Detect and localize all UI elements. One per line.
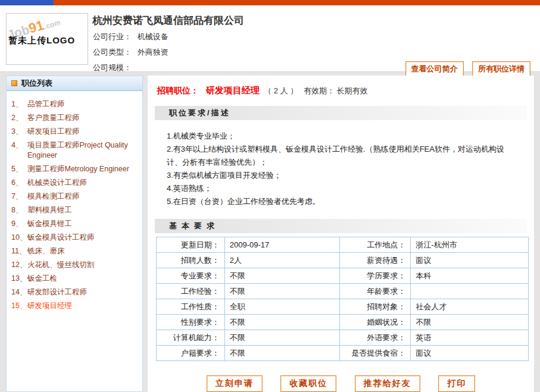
job-list-item-label[interactable]: 研发项目经理 [27,301,72,311]
job-list-item[interactable]: 10、 钣金模具设计工程师 [11,231,139,244]
bullet-square-icon [11,80,17,86]
job-list-item-number: 14、 [11,287,27,297]
row-label-right: 招聘对象： [339,299,411,315]
job-list-item[interactable]: 4、 项目质量工程师Project Quality Engineer [11,139,139,162]
row-label-left: 户籍要求： [157,346,225,361]
row-value-left: 不限 [224,330,339,346]
job-action-button[interactable]: 立刻申请 [207,375,263,392]
row-label-left: 专业要求： [157,268,225,284]
job-position-label: 招聘职位： [157,86,199,95]
job-list-item[interactable]: 7、 模具检测工程师 [11,190,139,203]
row-value-left: 不限 [224,315,339,330]
job-list-item-label[interactable]: 塑料模具钳工 [27,205,72,215]
job-list-item[interactable]: 5、 测量工程师Metrology Engineer [11,162,139,176]
row-value-right [411,284,529,299]
table-row: 计算机能力： 不限 外语要求： 英语 [157,330,529,346]
row-label-left: 工作经验： [157,284,225,299]
job-position-title: 研发项目经理 [206,85,260,95]
section-title-basic-requirements: 基本要求 [155,219,527,233]
row-label-left: 计算机能力： [157,330,225,346]
job-list-item[interactable]: 15、 研发项目经理 [11,299,139,313]
table-row: 更新日期： 2009-09-17 工作地点： 浙江-杭州市 [157,237,529,253]
row-label-right: 年龄要求： [339,284,411,299]
job-description-line: 5.在日资（台资）企业工作经验者优先考虑。 [167,195,519,208]
watermark-domain: .com [43,18,61,31]
job-validity-value: 长期有效 [337,86,368,95]
basic-requirements-rows: 更新日期： 2009-09-17 工作地点： 浙江-杭州市 招聘人数： 2人 薪… [157,237,529,361]
row-label-right: 是否提供食宿： [339,346,411,361]
job-list-item-label[interactable]: 研发部设计工程师 [27,287,87,297]
company-fields: 公司行业： 机械设备 公司类型： 外商独资 公司规模： [93,32,168,78]
job-list-item-number: 2、 [11,113,27,123]
company-action-button[interactable]: 所有职位详情 [472,61,530,77]
job-list-item[interactable]: 8、 塑料模具钳工 [11,203,139,217]
company-header: Job91.com 暂未上传LOGO 杭州安费诺飞凤通信部品有限公司 公司行业：… [0,5,540,72]
job-list-header: 职位列表 [7,76,142,91]
job-list-item-label[interactable]: 客户质量工程师 [27,113,80,123]
job-list-item-label[interactable]: 研发项目工程师 [27,127,80,137]
job-description-line: 1.机械类专业毕业； [167,130,519,143]
watermark-number: 91 [27,17,46,36]
job-list-item[interactable]: 3、 研发项目工程师 [11,125,139,139]
row-value-right: 面议 [411,346,529,361]
company-name: 杭州安费诺飞凤通信部品有限公司 [92,14,244,27]
company-field-label: 公司行业： [93,32,132,41]
table-row: 招聘人数： 2人 薪资待遇： 面议 [157,253,529,268]
job-list-item-label[interactable]: 钣金模具钳工 [27,219,72,229]
job-list-item-number: 5、 [11,164,27,174]
row-value-right: 本科 [411,268,529,284]
job-list-item-label[interactable]: 火花机、慢丝线切割 [27,260,95,270]
company-field-row: 公司类型： 外商独资 [93,47,168,62]
row-value-right: 浙江-杭州市 [411,237,529,253]
job-list-item-number: 15、 [11,301,27,311]
job-list-item-label[interactable]: 品管工程师 [27,99,65,109]
job-action-button[interactable]: 打印 [438,375,475,392]
job-list-item-label[interactable]: 钣金模具设计工程师 [27,233,95,243]
job-list-item-number: 9、 [11,219,27,229]
job-action-button[interactable]: 推荐给好友 [355,375,420,392]
job-list-item[interactable]: 1、 品管工程师 [11,98,139,111]
job-list-item-label[interactable]: 项目质量工程师Project Quality Engineer [27,140,139,161]
company-action-button[interactable]: 查看公司简介 [405,61,464,77]
table-row: 户籍要求： 不限 是否提供食宿： 面议 [157,346,529,361]
job-list-item-label[interactable]: 铣床、磨床 [27,246,65,256]
row-label-left: 工作性质： [157,299,225,315]
row-value-left: 2人 [224,253,339,268]
job-list-item-label[interactable]: 模具检测工程师 [27,192,80,202]
table-row: 性别要求： 不限 婚姻状况： 不限 [157,315,529,330]
job-list-item-number: 3、 [11,127,27,137]
job-description-line: 2.有3年以上结构设计或塑料模具、钣金模具设计工作经验.（熟练使用相关FEA软件… [167,143,519,169]
job-list-item-label[interactable]: 钣金工检 [27,274,57,284]
job-list-item-number: 7、 [11,192,27,202]
job-list-item-label[interactable]: 测量工程师Metrology Engineer [27,164,129,174]
job-list-title: 职位列表 [21,78,52,89]
job-list-item[interactable]: 14、 研发部设计工程师 [11,286,139,299]
job-list-item-number: 12、 [11,260,27,270]
section-title-description: 职位要求/描述 [155,106,527,120]
row-value-left: 不限 [224,268,339,284]
job-list-item[interactable]: 13、 钣金工检 [11,272,139,286]
job-list-item-number: 1、 [11,99,27,109]
job-list-item[interactable]: 12、 火花机、慢丝线切割 [11,258,139,272]
job-list-item-label[interactable]: 机械类设计工程师 [27,178,87,188]
row-label-right: 工作地点： [339,237,411,253]
job-list-item[interactable]: 2、 客户质量工程师 [11,111,139,125]
table-row: 专业要求： 不限 学历要求： 本科 [157,268,529,284]
company-field-value: 外商独资 [138,48,168,57]
table-row: 工作经验： 不限 年龄要求： [157,284,529,299]
job-action-button[interactable]: 收藏职位 [280,375,336,392]
job-list-item[interactable]: 9、 钣金模具钳工 [11,217,139,231]
job-detail-panel: 招聘职位： 研发项目经理 （ 2 人 ） 有效期： 长期有效 职位要求/描述 1… [148,76,534,392]
company-field-row: 公司行业： 机械设备 [93,32,168,47]
main-area: 职位列表 1、 品管工程师 2、 客户质量工程师 3、 研发项目工程师 [0,76,540,392]
row-value-left: 不限 [224,284,339,299]
job-description: 1.机械类专业毕业； 2.有3年以上结构设计或塑料模具、钣金模具设计工作经验.（… [155,120,527,219]
job-list-item-number: 11、 [11,246,27,256]
row-value-right: 不限 [411,315,529,330]
job-list-item[interactable]: 11、 铣床、磨床 [11,244,139,258]
row-label-left: 更新日期： [157,237,225,253]
job-list-item[interactable]: 6、 机械类设计工程师 [11,176,139,190]
top-accent-bar [0,0,540,5]
job-list-item-number: 8、 [11,205,27,215]
job-summary: 招聘职位： 研发项目经理 （ 2 人 ） 有效期： 长期有效 [155,85,527,96]
